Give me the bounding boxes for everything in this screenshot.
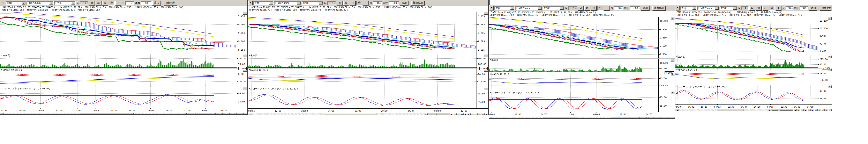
chevron-down-icon[interactable]: ▼: [269, 2, 273, 4]
chart-nav-button[interactable]: ⊕: [481, 113, 485, 115]
period-minute-button[interactable]: 分: [356, 1, 362, 5]
chart-nav-button[interactable]: ▶: [467, 113, 471, 115]
macd-chart-canvas[interactable]: [0, 69, 237, 87]
chart-nav-button[interactable]: +: [797, 109, 800, 111]
spinner-icon[interactable]: ◿: [621, 7, 623, 9]
spinner-icon[interactable]: ◿: [150, 2, 151, 4]
period-daily-button[interactable]: 日: [89, 1, 95, 5]
slider-handle[interactable]: [435, 114, 437, 115]
spinner-icon[interactable]: ◿: [575, 7, 577, 9]
multi-symbol-button[interactable]: 複数銘柄: [411, 1, 425, 5]
section-collapse-button[interactable]: ▼: [828, 85, 832, 88]
volume-plot[interactable]: ◥出来高: [676, 55, 818, 68]
apply-button[interactable]: 適用: [809, 6, 817, 11]
scrollbar-thumb[interactable]: [716, 109, 743, 111]
section-collapse-button[interactable]: ▼: [828, 17, 832, 20]
stochastics-plot[interactable]: ◥スロー・ストキャスティクス( 14, 3, 80, 20 ): [489, 91, 659, 112]
section-collapse-button[interactable]: ▼: [243, 12, 247, 15]
symbol-dropdown[interactable]: 日経225mini ▼: [274, 1, 301, 5]
period-tick-button[interactable]: T: [776, 6, 781, 11]
volume-chart-canvas[interactable]: [248, 54, 476, 68]
period-minute-button[interactable]: 分: [597, 6, 603, 11]
chart-nav-button[interactable]: −: [216, 113, 219, 115]
chart-nav-button[interactable]: +: [212, 113, 216, 115]
spinner-icon[interactable]: ◿: [806, 7, 808, 9]
apply-button[interactable]: 適用: [152, 1, 161, 5]
chart-nav-button[interactable]: B: [822, 109, 825, 111]
chart-nav-button[interactable]: −: [643, 117, 647, 119]
period-monthly-button[interactable]: 月: [591, 6, 597, 11]
symbol-dropdown[interactable]: 日経225mini ▼: [27, 1, 54, 5]
scrollbar-track[interactable]: [4, 113, 183, 115]
chart-nav-button[interactable]: −: [800, 109, 804, 111]
volume-chart-canvas[interactable]: [0, 54, 237, 68]
stochastics-plot[interactable]: ◥スロー・ストキャスティクス( 14, 3, 80, 20 ): [248, 87, 477, 108]
spinner-icon[interactable]: ◿: [380, 2, 381, 4]
spinner-icon[interactable]: ◿: [397, 2, 399, 4]
period-weekly-button[interactable]: 週: [96, 1, 101, 5]
scroll-left-button[interactable]: ◀: [676, 109, 679, 111]
chart-nav-button[interactable]: D: [657, 117, 660, 119]
period-minute-button[interactable]: 分: [769, 6, 775, 11]
symbol-dropdown[interactable]: 日経225mini ▼: [697, 6, 719, 10]
window-menu-button[interactable]: ▼: [676, 6, 680, 10]
bar-width-slider[interactable]: [187, 113, 208, 115]
section-collapse-button[interactable]: ▼: [243, 87, 247, 90]
scroll-right-button[interactable]: ▶: [184, 113, 187, 115]
macd-chart-canvas[interactable]: [489, 73, 658, 91]
chart-nav-button[interactable]: B: [237, 113, 240, 115]
window-menu-button[interactable]: ▼: [490, 6, 494, 10]
scrollbar-thumb[interactable]: [79, 113, 133, 115]
section-collapse-button[interactable]: ▼: [671, 91, 675, 94]
volume-plot[interactable]: ◥出来高: [248, 54, 477, 68]
chart-nav-button[interactable]: ▶: [654, 117, 657, 119]
scroll-right-button[interactable]: ▶: [768, 109, 771, 111]
window-menu-button[interactable]: ▼: [1, 1, 5, 5]
multi-symbol-button[interactable]: 複数銘柄: [163, 1, 177, 5]
ashi-stepper[interactable]: 1 ◿: [80, 1, 88, 5]
stochastics-chart-canvas[interactable]: [489, 91, 658, 112]
scrollbar-track[interactable]: [679, 109, 768, 111]
bar-count-stepper[interactable]: 500 ◿: [630, 6, 640, 10]
contract-dropdown[interactable]: 12/06 ▼: [54, 1, 75, 5]
section-collapse-button[interactable]: ▼: [671, 59, 675, 61]
section-collapse-button[interactable]: ▼: [484, 54, 488, 57]
scroll-left-button[interactable]: ◀: [1, 113, 4, 115]
spinner-icon[interactable]: ◿: [791, 7, 793, 9]
category-dropdown[interactable]: 先物 ▼: [680, 6, 696, 10]
period-monthly-button[interactable]: 月: [763, 6, 768, 11]
bar-width-slider[interactable]: [429, 113, 449, 115]
contract-dropdown[interactable]: 12/06 ▼: [720, 6, 737, 10]
apply-button[interactable]: 適用: [641, 6, 650, 11]
chart-nav-button[interactable]: ◀: [794, 109, 797, 111]
bar-count-stepper[interactable]: 500 ◿: [141, 1, 152, 5]
chart-nav-button[interactable]: +: [453, 113, 457, 115]
chart-nav-button[interactable]: D: [814, 109, 818, 111]
apply-button[interactable]: 適用: [400, 1, 408, 5]
price-chart-canvas[interactable]: [489, 17, 658, 58]
scroll-right-button[interactable]: ▶: [611, 117, 614, 119]
period-daily-button[interactable]: 日: [749, 6, 755, 11]
interval-stepper[interactable]: 60 ◿: [785, 6, 793, 10]
chart-nav-button[interactable]: D: [471, 113, 474, 115]
chart-nav-button[interactable]: ✚: [804, 109, 807, 111]
chart-nav-button[interactable]: ⊕: [825, 109, 828, 111]
chevron-down-icon[interactable]: ▼: [510, 7, 514, 10]
chart-nav-button[interactable]: I: [661, 117, 664, 119]
spinner-icon[interactable]: ◿: [334, 2, 336, 4]
section-collapse-button[interactable]: ▼: [243, 54, 247, 57]
bar-width-slider[interactable]: [772, 109, 793, 111]
symbol-dropdown[interactable]: 日経225mini ▼: [515, 6, 542, 10]
spinner-icon[interactable]: ◿: [638, 7, 640, 9]
chart-nav-button[interactable]: I: [818, 109, 821, 111]
price-plot[interactable]: [489, 17, 659, 58]
stochastics-chart-canvas[interactable]: [248, 87, 476, 108]
interval-stepper[interactable]: 5 ◿: [125, 1, 134, 5]
section-collapse-button[interactable]: ▼: [484, 87, 488, 90]
scroll-left-button[interactable]: ◀: [248, 113, 251, 115]
chevron-down-icon[interactable]: ▼: [319, 2, 323, 4]
ashi-stepper[interactable]: 1 ◿: [741, 6, 749, 10]
multi-symbol-button[interactable]: 複数銘柄: [652, 6, 666, 11]
chart-nav-button[interactable]: ✚: [647, 117, 650, 119]
chart-nav-button[interactable]: ✕: [828, 109, 832, 111]
